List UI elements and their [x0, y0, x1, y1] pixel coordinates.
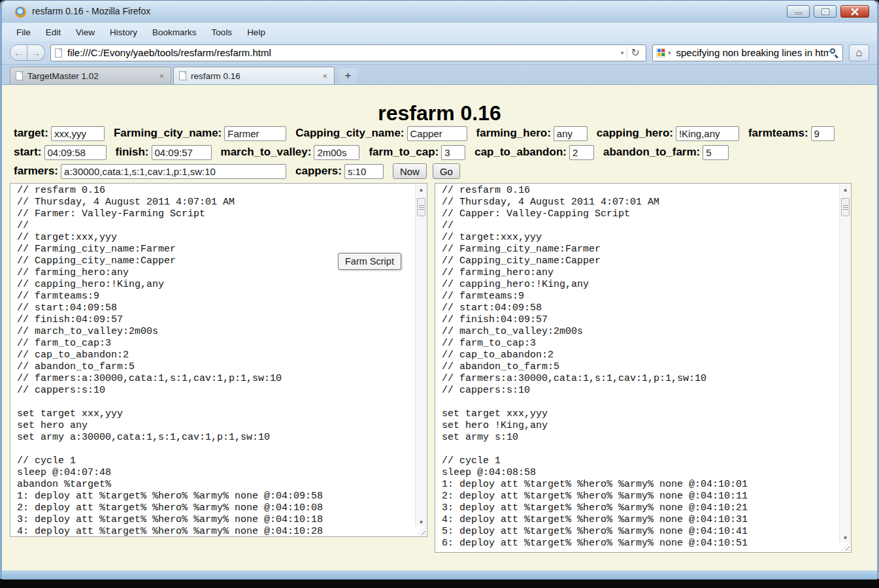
resize-grip[interactable] [418, 527, 425, 535]
farmer-script-area[interactable]: // resfarm 0.16 // Thursday, 4 August 20… [10, 183, 427, 537]
search-input[interactable]: specifying non breaking lines in htm [676, 47, 829, 58]
farm-to-cap-label: farm_to_cap: [369, 146, 439, 159]
forward-icon: → [31, 47, 41, 58]
tab-title: TargetMaster 1.02 [27, 71, 158, 81]
farming-hero-input[interactable] [554, 126, 588, 141]
forward-button[interactable]: → [27, 44, 45, 61]
titlebar[interactable]: resfarm 0.16 - Mozilla Firefox [2, 1, 877, 23]
scrollbar[interactable]: ▲ ▼ [839, 184, 850, 542]
farmer-script-text[interactable]: // resfarm 0.16 // Thursday, 4 August 20… [10, 184, 414, 536]
farmteams-input[interactable] [811, 126, 835, 141]
search-engine-dropdown-icon[interactable]: ▾ [665, 50, 674, 56]
farmteams-label: farmteams: [748, 127, 808, 140]
cap-to-abandon-label: cap_to_abandon: [474, 146, 567, 159]
scroll-down-icon[interactable]: ▼ [416, 519, 427, 525]
search-box[interactable]: ▾ specifying non breaking lines in htm [652, 44, 843, 61]
page-content: resfarm 0.16 target: Farming_city_name: … [2, 85, 877, 570]
capping-hero-label: capping_hero: [597, 127, 673, 140]
new-tab-button[interactable]: + [339, 68, 357, 84]
farmers-input[interactable] [61, 164, 286, 179]
cappers-label: cappers: [295, 165, 342, 178]
url-text[interactable]: file:///C:/Evony/yaeb/tools/resfarm/resf… [67, 47, 618, 58]
tab-close-icon[interactable]: × [321, 71, 329, 81]
resize-grip[interactable] [842, 543, 850, 551]
farming-city-name-input[interactable] [224, 126, 286, 141]
tab-close-icon[interactable]: × [158, 71, 165, 81]
scroll-up-icon[interactable]: ▲ [840, 187, 851, 193]
cappers-input[interactable] [344, 164, 384, 179]
minimize-icon [795, 12, 802, 14]
go-button[interactable]: Go [433, 163, 460, 179]
form-row-2: start: finish: march_to_valley: farm_to_… [14, 144, 877, 160]
menubar: File Edit View History Bookmarks Tools H… [2, 23, 877, 41]
back-icon: ← [14, 47, 24, 58]
scrollbar-thumb[interactable] [841, 198, 850, 216]
tab-resfarm[interactable]: resfarm 0.16 × [173, 67, 335, 84]
page-title: resfarm 0.16 [2, 101, 877, 125]
page-icon [179, 71, 186, 80]
google-icon [656, 48, 665, 57]
nav-buttons: ← → [10, 44, 45, 61]
farming-city-name-label: Farming_city_name: [114, 127, 222, 140]
tab-targetmaster[interactable]: TargetMaster 1.02 × [10, 67, 171, 84]
search-icon[interactable] [829, 48, 839, 57]
farmers-label: farmers: [14, 165, 58, 178]
window-bottom-edge [2, 570, 877, 580]
capping-hero-input[interactable] [676, 126, 739, 141]
reload-icon[interactable]: ↻ [627, 46, 642, 59]
url-bar[interactable]: file:///C:/Evony/yaeb/tools/resfarm/resf… [50, 44, 646, 61]
menu-file[interactable]: File [13, 25, 34, 39]
capping-city-name-input[interactable] [407, 126, 467, 141]
minimize-button[interactable] [787, 5, 810, 18]
cap-to-abandon-input[interactable] [569, 145, 594, 160]
menu-edit[interactable]: Edit [42, 25, 64, 39]
menu-view[interactable]: View [73, 25, 98, 39]
start-label: start: [14, 146, 42, 159]
menu-history[interactable]: History [107, 25, 141, 39]
form-row-1: target: Farming_city_name: Capping_city_… [14, 125, 877, 141]
firefox-logo-icon [15, 7, 26, 18]
finish-label: finish: [116, 146, 149, 159]
now-button[interactable]: Now [393, 163, 427, 179]
maximize-button[interactable] [814, 5, 837, 18]
finish-input[interactable] [152, 145, 212, 160]
url-dropdown-icon[interactable]: ▾ [618, 50, 627, 56]
target-label: target: [14, 127, 48, 140]
scrollbar[interactable]: ▲ ▼ [415, 184, 426, 527]
close-button[interactable] [840, 5, 869, 18]
abandon-to-farm-label: abandon_to_farm: [603, 146, 700, 159]
form-row-3: farmers: cappers: Now Go [14, 163, 877, 179]
capper-script-text[interactable]: // resfarm 0.16 // Thursday, 4 August 20… [435, 184, 838, 552]
farm-to-cap-input[interactable] [441, 145, 465, 160]
farm-script-tooltip: Farm Script [338, 253, 401, 270]
farming-hero-label: farming_hero: [476, 127, 551, 140]
tab-bar: TargetMaster 1.02 × resfarm 0.16 × + [2, 65, 877, 85]
tab-title: resfarm 0.16 [191, 71, 321, 81]
abandon-to-farm-input[interactable] [703, 145, 729, 160]
capping-city-name-label: Capping_city_name: [295, 127, 404, 140]
back-button[interactable]: ← [10, 44, 27, 61]
capper-script-area[interactable]: // resfarm 0.16 // Thursday, 4 August 20… [435, 183, 852, 553]
browser-window: resfarm 0.16 - Mozilla Firefox File Edit… [0, 0, 879, 579]
menu-help[interactable]: Help [244, 25, 269, 39]
maximize-icon [822, 9, 829, 14]
script-panes: // resfarm 0.16 // Thursday, 4 August 20… [10, 183, 877, 553]
page-icon [55, 48, 62, 57]
scroll-down-icon[interactable]: ▼ [840, 535, 851, 541]
march-to-valley-label: march_to_valley: [221, 146, 312, 159]
march-to-valley-input[interactable] [314, 145, 359, 160]
menu-tools[interactable]: Tools [208, 25, 236, 39]
menu-bookmarks[interactable]: Bookmarks [149, 25, 200, 39]
start-input[interactable] [44, 145, 107, 160]
window-title: resfarm 0.16 - Mozilla Firefox [32, 6, 150, 16]
window-controls [787, 5, 869, 18]
scrollbar-thumb[interactable] [417, 198, 425, 216]
navigation-bar: ← → file:///C:/Evony/yaeb/tools/resfarm/… [2, 41, 877, 65]
page-icon [16, 71, 23, 80]
target-input[interactable] [51, 126, 105, 141]
home-icon: ⌂ [855, 46, 862, 59]
scroll-up-icon[interactable]: ▲ [416, 187, 427, 193]
home-button[interactable]: ⌂ [849, 44, 869, 61]
